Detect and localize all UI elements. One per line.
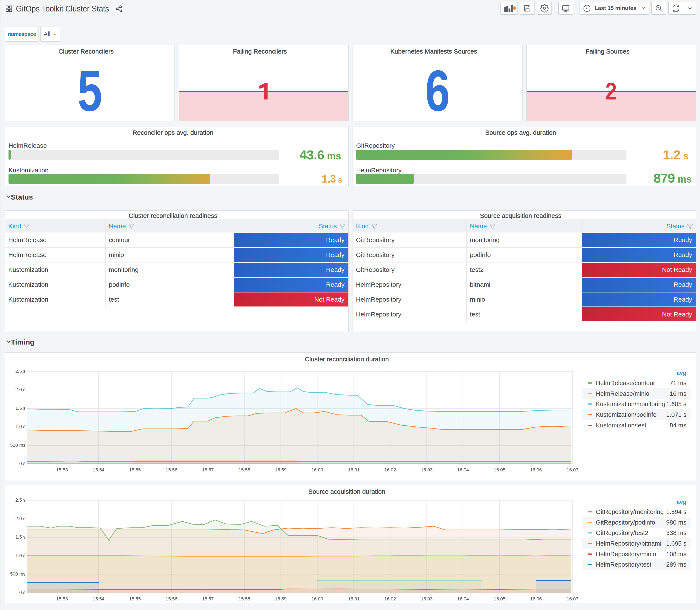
svg-text:5: 5 [78, 58, 102, 121]
svg-text:6: 6 [425, 58, 450, 121]
svg-text:2: 2 [605, 78, 617, 105]
